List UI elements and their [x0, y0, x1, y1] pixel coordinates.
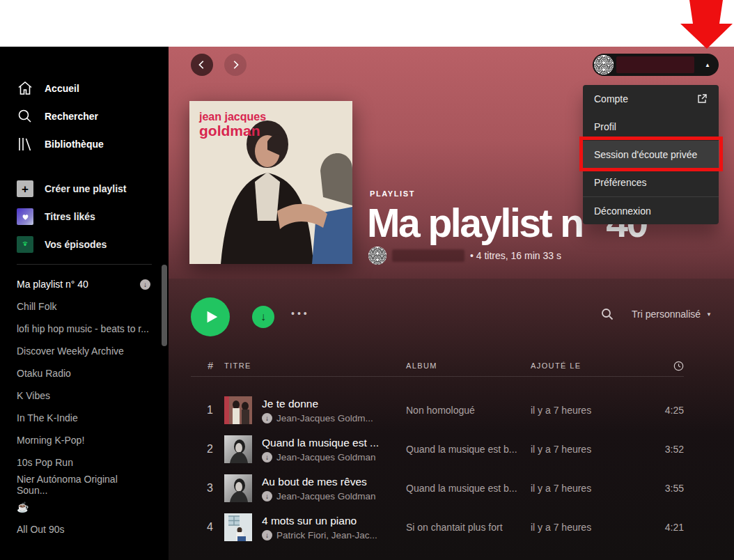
track-row[interactable]: 2 Quand la musique est ... ↓Jean-Jacques…: [191, 430, 684, 469]
sidebar-item-library[interactable]: Bibliothèque: [17, 130, 169, 158]
back-button[interactable]: [191, 54, 213, 76]
track-thumbnail: [224, 435, 252, 463]
track-row[interactable]: 3 Au bout de mes rêves ↓Jean-Jacques Gol…: [191, 469, 684, 508]
cover-artist-line1: jean jacques: [198, 111, 266, 123]
menu-item-profile[interactable]: Profil: [583, 113, 719, 141]
track-artist: Jean-Jacques Goldman: [276, 491, 376, 501]
col-duration[interactable]: [673, 361, 684, 371]
playlist-item[interactable]: In The K-Indie: [17, 407, 169, 429]
sidebar-item-search[interactable]: Rechercher: [17, 102, 169, 130]
track-duration: 3:55: [665, 483, 684, 494]
your-episodes-button[interactable]: Vos épisodes: [17, 231, 169, 258]
playlist-item[interactable]: 10s Pop Run: [17, 451, 169, 474]
playlist-name: Otaku Radio: [17, 368, 71, 379]
more-options-button[interactable]: •••: [291, 308, 310, 319]
playlist-name: In The K-Indie: [17, 412, 78, 423]
playlist-item[interactable]: Nier Autónoma Original Soun...: [17, 474, 169, 496]
account-menu-button[interactable]: ▲: [593, 54, 719, 76]
playlist-name: K Vibes: [17, 390, 50, 401]
track-added: il y a 7 heures: [531, 483, 634, 494]
forward-button[interactable]: [224, 54, 247, 76]
track-row[interactable]: 1 Je te donne ↓Jean-Jacques Goldm... Non…: [191, 391, 684, 430]
play-icon: [204, 309, 219, 325]
col-title[interactable]: TITRE: [224, 361, 395, 370]
redacted-username: [616, 56, 694, 73]
redacted-owner-name: [392, 249, 464, 262]
plus-icon: +: [17, 180, 33, 197]
menu-item-preferences[interactable]: Préférences: [583, 169, 719, 196]
playlist-item[interactable]: Morning K-Pop!: [17, 429, 169, 451]
playlist-stats: • 4 titres, 16 min 33 s: [470, 250, 561, 261]
home-icon: [17, 80, 33, 97]
col-album[interactable]: ALBUM: [406, 361, 520, 370]
track-thumbnail: [224, 396, 252, 424]
sidebar-item-label: Bibliothèque: [45, 139, 104, 150]
track-album: Si on chantait plus fort: [406, 522, 520, 533]
track-number: 4: [191, 521, 213, 534]
playlist-name: Ma playlist n° 40: [17, 279, 88, 290]
spotify-window: Accueil Rechercher Bibliothèque + Créer …: [0, 0, 734, 560]
history-nav: [191, 54, 247, 76]
caret-up-icon: ▲: [705, 62, 710, 68]
playlist-name: ☕: [17, 501, 29, 513]
sidebar-item-home[interactable]: Accueil: [17, 75, 169, 102]
downloaded-icon: ↓: [262, 530, 272, 540]
track-thumbnail: [224, 513, 252, 541]
menu-item-label: Session d'écoute privée: [594, 149, 697, 160]
tracklist: 1 Je te donne ↓Jean-Jacques Goldm... Non…: [191, 391, 684, 547]
search-icon: [17, 108, 33, 125]
playlist-cover-art: jean jacques goldman: [189, 101, 352, 264]
downloaded-icon: ↓: [140, 279, 150, 290]
menu-item-logout[interactable]: Déconnexion: [583, 196, 719, 224]
create-playlist-button[interactable]: + Créer une playlist: [17, 175, 169, 203]
heart-icon: [17, 208, 33, 225]
track-artist: Jean-Jacques Goldm...: [276, 413, 373, 423]
sidebar: Accueil Rechercher Bibliothèque + Créer …: [0, 47, 169, 560]
sidebar-item-label: Rechercher: [45, 111, 98, 122]
col-index[interactable]: #: [191, 360, 213, 371]
playlist-body: ↓ ••• Tri personnalisé ▼ # TITRE ALBUM A…: [169, 279, 734, 560]
sidebar-scrollbar[interactable]: [162, 265, 167, 346]
playlist-name: All Out 90s: [17, 524, 64, 535]
account-dropdown-menu: Compte Profil Session d'écoute privée Pr…: [583, 85, 719, 224]
action-label: Titres likés: [45, 211, 95, 222]
cover-artist-line2: goldman: [199, 123, 260, 139]
play-button[interactable]: [191, 297, 230, 336]
playlist-name: Chill Folk: [17, 301, 57, 312]
playlist-item[interactable]: All Out 90s: [17, 518, 169, 540]
playlist-item[interactable]: K Vibes: [17, 384, 169, 407]
track-title: Quand la musique est ...: [262, 437, 379, 449]
playlist-item-active[interactable]: Ma playlist n° 40 ↓: [17, 273, 169, 295]
sidebar-nav: Accueil Rechercher Bibliothèque: [0, 47, 169, 158]
col-added[interactable]: AJOUTÉ LE: [531, 361, 634, 370]
sidebar-actions: + Créer une playlist Titres likés Vos ép…: [0, 158, 169, 258]
chevron-right-icon: [231, 60, 240, 70]
download-button[interactable]: ↓: [252, 306, 274, 328]
playlist-item[interactable]: Chill Folk: [17, 295, 169, 318]
playlist-name: lofi hip hop music - beats to r...: [17, 323, 149, 334]
playlist-item[interactable]: lofi hip hop music - beats to r...: [17, 318, 169, 340]
track-album: Non homologué: [406, 405, 520, 416]
menu-item-account[interactable]: Compte: [583, 85, 719, 113]
sort-dropdown[interactable]: Tri personnalisé ▼: [632, 309, 712, 320]
menu-item-private-session[interactable]: Session d'écoute privée: [583, 141, 719, 169]
library-icon: [17, 136, 33, 153]
track-number: 3: [191, 482, 213, 495]
track-row[interactable]: 4 4 mots sur un piano ↓Patrick Fiori, Je…: [191, 508, 684, 547]
playlist-item[interactable]: Discover Weekly Archive: [17, 340, 169, 362]
track-title: 4 mots sur un piano: [262, 515, 377, 527]
search-in-playlist-icon[interactable]: [601, 308, 614, 320]
track-added: il y a 7 heures: [531, 522, 634, 533]
track-album: Quand la musique est b...: [406, 444, 520, 455]
menu-item-label: Déconnexion: [594, 205, 651, 217]
track-added: il y a 7 heures: [531, 444, 634, 455]
liked-songs-button[interactable]: Titres likés: [17, 203, 169, 231]
action-label: Vos épisodes: [45, 239, 107, 250]
track-album: Quand la musique est b...: [406, 483, 520, 494]
playlist-item[interactable]: ☕: [17, 496, 169, 518]
downloaded-icon: ↓: [262, 491, 272, 501]
menu-item-label: Compte: [594, 93, 628, 104]
playlist-item[interactable]: Otaku Radio: [17, 362, 169, 384]
menu-item-label: Préférences: [594, 177, 646, 188]
track-artist: Patrick Fiori, Jean-Jac...: [276, 530, 377, 540]
